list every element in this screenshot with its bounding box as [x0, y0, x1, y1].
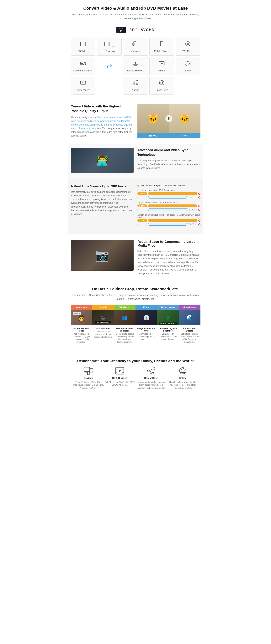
speed-bar-label-2: Length 2 hours, Size: 2.6GB, Format: any [137, 202, 200, 204]
tab-trim-crop[interactable]: Trim&Crop [114, 304, 136, 310]
svg-marker-29 [83, 82, 84, 83]
tab-video-effects[interactable]: Video Effects [179, 304, 200, 310]
person-image: 👨‍💻 [71, 148, 134, 173]
speed-bar-row-2-slow: 10-30min ⭕ [137, 208, 200, 212]
format-idevices-label: iDevices [125, 50, 146, 52]
format-online-sites[interactable]: Online Sites [149, 77, 174, 94]
format-hd-videos[interactable]: HD HD Videos [97, 38, 122, 56]
speed-text: A Real Time Saver - Up to 30X Faster Wit… [71, 184, 134, 216]
desc-subtitle-text: Load subtitle with external .srt file fo… [93, 330, 113, 338]
speed-legend: 30X Conversion Speed Normal Conversion [137, 184, 200, 187]
output-sd-hd: SD/HD Video AVI, MP4, FLV, WAV, 3GP, MKV… [104, 367, 136, 390]
audio-icon-1 [177, 60, 198, 68]
speed-bar-slow-2 [148, 208, 188, 211]
av-sync-title: Advanced Audio and Video Sync Technology [137, 148, 200, 157]
desc-subtitle: Add Subtitles Load subtitle with externa… [92, 327, 114, 347]
editing-icon [125, 60, 146, 68]
output-sdhd-desc: AVI, MP4, FLV, WAV, 3GP, MKV, MPEG, MP3,… [104, 380, 136, 386]
output-grid: Devices iPhone7/ 7Plus / 6/ 6s, iPad, iP… [71, 367, 200, 393]
desc-effects-text: Set video brightness or add effects like… [180, 333, 199, 344]
format-online-videos[interactable]: Online Videos [71, 77, 95, 94]
format-empty-1 [97, 77, 122, 94]
watermark-thumb-container: 👩 CISDEM [71, 310, 92, 325]
convert-arrow[interactable]: ⇄ [97, 57, 122, 75]
thumb-watermark: 👩 CISDEM [71, 310, 92, 325]
editing-thumbnails: 👩 CISDEM 🎬 it's your dreap... 👥 15:11 [71, 310, 200, 325]
devices-icon [73, 367, 104, 375]
editing-tabs: Watermark Subtitle Trim&Crop Merge Deint… [71, 304, 200, 310]
svg-point-50 [153, 372, 155, 374]
svg-point-30 [133, 84, 135, 85]
bar-slow-end-1: 50-100min [188, 196, 197, 198]
format-dvd[interactable]: DVD Movies [176, 38, 200, 56]
compress-text: Regain Space by Compressing Large Media … [137, 240, 200, 275]
format-online-sites-label: Online Sites [151, 89, 172, 92]
desc-merge-text: Join video file or different clips into … [136, 333, 156, 341]
format-idevices[interactable]: iDevices [123, 38, 148, 56]
subtitle-thumb-container: 🎬 it's your dreap... [92, 310, 114, 325]
bar-fast-time-1: 2-3 min [137, 192, 147, 195]
format-videos[interactable]: Videos [149, 57, 174, 75]
before-label: Before [137, 133, 169, 138]
camera-image: 📷 [71, 240, 134, 271]
globe-icon [151, 80, 172, 87]
speed-bar-fast-1 [148, 192, 197, 195]
speed-bar-slow-3 [148, 223, 187, 226]
desc-trim-title: Get the Sections You Need [115, 327, 135, 332]
output-devices-desc: iPhone7/ 7Plus / 6/ 6s, iPad, iPod Touch… [73, 380, 104, 390]
avchd-badge: AVCHD [141, 28, 155, 32]
youtube-icon [73, 80, 94, 87]
av-sync-image: 👨‍💻 [71, 148, 134, 173]
output-devices-label: Devices [73, 376, 104, 380]
compress-description: Video files recorded by camcorders are o… [137, 250, 200, 275]
format-editing-label: Editing Software [125, 69, 146, 72]
interlaced-badges: interlaced deinterlaced [159, 322, 177, 324]
speed-dot [137, 185, 139, 186]
speed-bar-row-3-slow: 65-100min ⭕ [137, 223, 200, 226]
desc-deinterlacing: Deinterlacing Raw Footages Deinterlace a… [157, 327, 179, 347]
speed-title: A Real Time Saver - Up to 30X Faster [71, 184, 134, 188]
svg-line-52 [149, 371, 153, 373]
effects-image: 🌊 [179, 310, 200, 325]
bar-fast-time-3: 1-3min [137, 219, 147, 222]
timecode-overlay: 15:11 [130, 322, 135, 324]
tab-merge[interactable]: Merge [136, 304, 157, 310]
tab-watermark[interactable]: Watermark [71, 304, 92, 310]
format-audios-2[interactable]: Audios [123, 77, 148, 94]
format-camcorder[interactable]: Camcorder Videos [71, 57, 95, 75]
legend-speed: 30X Conversion Speed [137, 184, 162, 187]
desc-trim-text: Crop video to remove unnecessary parts a… [115, 333, 135, 344]
bar-fast-icon-1: ⭕ [198, 192, 200, 195]
svg-point-31 [136, 83, 138, 84]
format-audios-1[interactable]: Audios [176, 57, 200, 75]
speed-bar-row-1-slow: 50-100min ⭕ [137, 196, 200, 199]
interlaced-badge: interlaced [159, 322, 167, 324]
speed-bar-group-1: Length: 4 hours, Size: 5GB, format: any … [137, 189, 200, 199]
tab-subtitle[interactable]: Subtitle [92, 304, 114, 310]
output-social: f Social Sites Publish newly-made videos… [136, 367, 167, 390]
format-editing[interactable]: Editing Software [123, 57, 148, 75]
format-sd-videos[interactable]: SD Videos [71, 38, 95, 56]
speed-bar-fast-3 [148, 219, 197, 222]
idevices-icon [125, 41, 146, 48]
camcorder-icon [73, 60, 94, 68]
cats-image: 🐱 ⏸ 🐱 [137, 104, 200, 133]
speed-chart: 30X Conversion Speed Normal Conversion L… [137, 184, 200, 228]
speed-bar-fast-2 [148, 204, 197, 207]
output-online: Online Directly upload your video to You… [167, 367, 198, 390]
desc-watermark-text: Add Watermark to videos for copyright pr… [72, 333, 91, 344]
speed-description: With extremely fast download and convert… [71, 190, 134, 216]
cat-after: 🐱 [169, 104, 200, 133]
format-videos-label: Videos [151, 69, 172, 72]
watermark-overlay: CISDEM [73, 312, 81, 314]
format-hd-label: HD Videos [99, 50, 120, 52]
format-mobile[interactable]: Mobile Phones [149, 38, 174, 56]
tab-deinterlacing[interactable]: Deinterlacing [157, 304, 179, 310]
svg-rect-18 [80, 62, 84, 64]
editing-descriptions: Watermark Your Video Add Watermark to vi… [71, 325, 200, 349]
quality-title: Convert Videos with the Highest Possible… [71, 104, 134, 114]
bar-slow-icon-1: ⭕ [198, 196, 200, 198]
4k-badge: Ultra HD 4K [116, 27, 126, 33]
subtitle-image: 🎬 it's your dreap... [92, 310, 114, 325]
normal-legend-label: Normal Conversion [168, 184, 186, 187]
